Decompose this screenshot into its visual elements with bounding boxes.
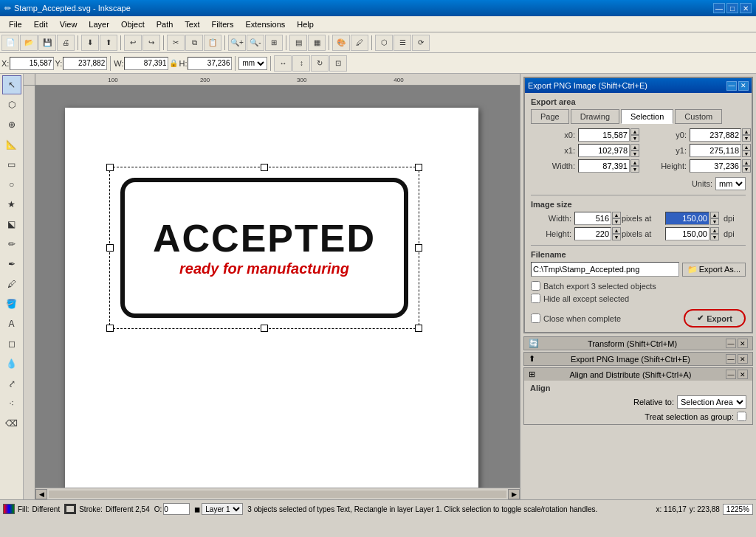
h-input[interactable] — [188, 57, 232, 70]
rect-tool[interactable]: ▭ — [2, 155, 21, 174]
handle-mr[interactable] — [415, 244, 422, 252]
close-checkbox[interactable] — [531, 313, 540, 323]
hide-checkbox[interactable] — [531, 294, 540, 303]
fill-btn[interactable]: 🎨 — [332, 35, 350, 51]
y0-up[interactable]: ▲ — [742, 128, 751, 135]
dialog-close[interactable]: ✕ — [738, 81, 749, 91]
menu-help[interactable]: Help — [291, 18, 320, 30]
gradient-tool[interactable]: ◻ — [2, 334, 21, 353]
dpi2-down[interactable]: ▼ — [710, 234, 719, 240]
star-tool[interactable]: ★ — [2, 195, 21, 214]
batch-checkbox[interactable] — [531, 281, 540, 291]
print-btn[interactable]: 🖨 — [57, 35, 75, 51]
img-height-down[interactable]: ▼ — [612, 234, 621, 240]
cut-btn[interactable]: ✂ — [167, 35, 185, 51]
export-btn[interactable]: ⬆ — [100, 35, 117, 51]
export-close[interactable]: ✕ — [738, 354, 748, 364]
align-collapse[interactable]: — — [726, 370, 736, 379]
tab-drawing[interactable]: Drawing — [571, 109, 619, 124]
menu-layer[interactable]: Layer — [83, 18, 115, 30]
export-button[interactable]: ✔ Export — [684, 309, 746, 328]
scroll-track[interactable] — [49, 491, 506, 498]
img-width-down[interactable]: ▼ — [612, 218, 621, 225]
layer-select[interactable]: Layer 1 — [202, 503, 243, 515]
y0-input[interactable] — [690, 128, 741, 142]
x1-input[interactable] — [578, 144, 630, 157]
stroke-btn[interactable]: 🖊 — [351, 35, 368, 51]
height-input[interactable] — [690, 159, 741, 173]
import-btn[interactable]: ⬇ — [81, 35, 99, 51]
zoom-out-btn[interactable]: 🔍- — [247, 35, 264, 51]
align-close[interactable]: ✕ — [738, 370, 748, 379]
x1-up[interactable]: ▲ — [630, 144, 639, 150]
export-collapse[interactable]: — — [726, 354, 736, 364]
handle-bm[interactable] — [261, 325, 268, 332]
x0-up[interactable]: ▲ — [630, 128, 639, 135]
transform-panel-title[interactable]: 🔄 Transform (Shift+Ctrl+M) — ✕ — [524, 337, 752, 350]
tab-selection[interactable]: Selection — [621, 109, 673, 124]
close-btn[interactable]: ✕ — [740, 3, 752, 13]
y1-down[interactable]: ▼ — [742, 150, 751, 157]
flip-v-btn[interactable]: ↕ — [292, 55, 310, 72]
transform-btn[interactable]: ⟳ — [412, 35, 430, 51]
select-tool[interactable]: ↖ — [2, 75, 21, 94]
dialog-minimize[interactable]: — — [726, 81, 737, 91]
zoom-in-btn[interactable]: 🔍+ — [228, 35, 246, 51]
dpi1-up[interactable]: ▲ — [710, 212, 719, 218]
scroll-right-btn[interactable]: ▶ — [508, 489, 520, 499]
text-tool[interactable]: A — [2, 314, 21, 333]
align-panel-title[interactable]: ⊞ Align and Distribute (Shift+Ctrl+A) — … — [524, 368, 752, 381]
transform-close[interactable]: ✕ — [738, 339, 748, 348]
redo-btn[interactable]: ↪ — [142, 35, 160, 51]
measure-tool[interactable]: 📐 — [2, 135, 21, 154]
pencil-tool[interactable]: ✏ — [2, 235, 21, 254]
height-down[interactable]: ▼ — [742, 166, 751, 173]
handle-br[interactable] — [415, 325, 422, 332]
save-btn[interactable]: 💾 — [38, 35, 56, 51]
y-input[interactable] — [63, 57, 107, 70]
undo-btn[interactable]: ↩ — [124, 35, 142, 51]
menu-extensions[interactable]: Extensions — [239, 18, 291, 30]
align-btn[interactable]: ☰ — [394, 35, 411, 51]
x0-input[interactable] — [578, 128, 630, 142]
width-up[interactable]: ▲ — [630, 159, 639, 166]
lock-icon[interactable]: 🔒 — [169, 59, 178, 67]
zoom-fit-btn[interactable]: ⊞ — [265, 35, 283, 51]
treat-group-checkbox[interactable] — [737, 412, 746, 421]
handle-tr[interactable] — [415, 164, 422, 171]
img-width-input[interactable] — [574, 212, 611, 225]
dpi1-input[interactable] — [665, 212, 709, 225]
snap-btn[interactable]: ⊡ — [329, 55, 347, 72]
zoom-tool[interactable]: ⊕ — [2, 115, 21, 134]
filename-input[interactable] — [531, 262, 679, 277]
width-input[interactable] — [578, 159, 630, 173]
group-btn[interactable]: ▤ — [289, 35, 307, 51]
ungroup-btn[interactable]: ▦ — [308, 35, 326, 51]
opacity-input[interactable] — [163, 503, 190, 515]
rotate-90-btn[interactable]: ↻ — [311, 55, 329, 72]
menu-filters[interactable]: Filters — [206, 18, 240, 30]
canvas-content[interactable]: ACCEPTED ready for manufacturing — [35, 86, 520, 488]
height-up[interactable]: ▲ — [742, 159, 751, 166]
paint-tool[interactable]: 🪣 — [2, 294, 21, 313]
path-tool[interactable]: ⬕ — [2, 215, 21, 234]
relative-to-select[interactable]: Selection Area Page Drawing — [677, 395, 746, 409]
handle-tl[interactable] — [106, 164, 114, 171]
eraser-tool[interactable]: ⌫ — [2, 414, 21, 433]
img-height-up[interactable]: ▲ — [612, 227, 621, 234]
img-height-input[interactable] — [574, 227, 611, 240]
units-select[interactable]: mmpxpt — [715, 177, 746, 190]
x-input[interactable] — [10, 57, 54, 70]
menu-view[interactable]: View — [54, 18, 83, 30]
unit-select[interactable]: mmpxpt — [238, 57, 267, 70]
calligraphy-tool[interactable]: 🖊 — [2, 274, 21, 294]
spray-tool[interactable]: ⁖ — [2, 394, 21, 413]
paste-btn[interactable]: 📋 — [204, 35, 221, 51]
x0-down[interactable]: ▼ — [630, 135, 639, 142]
export-png-panel-title[interactable]: ⬆ Export PNG Image (Shift+Ctrl+E) — ✕ — [524, 353, 752, 365]
handle-ml[interactable] — [106, 244, 114, 252]
circle-tool[interactable]: ○ — [2, 175, 21, 194]
menu-edit[interactable]: Edit — [28, 18, 54, 30]
menu-object[interactable]: Object — [115, 18, 151, 30]
menu-text[interactable]: Text — [179, 18, 205, 30]
